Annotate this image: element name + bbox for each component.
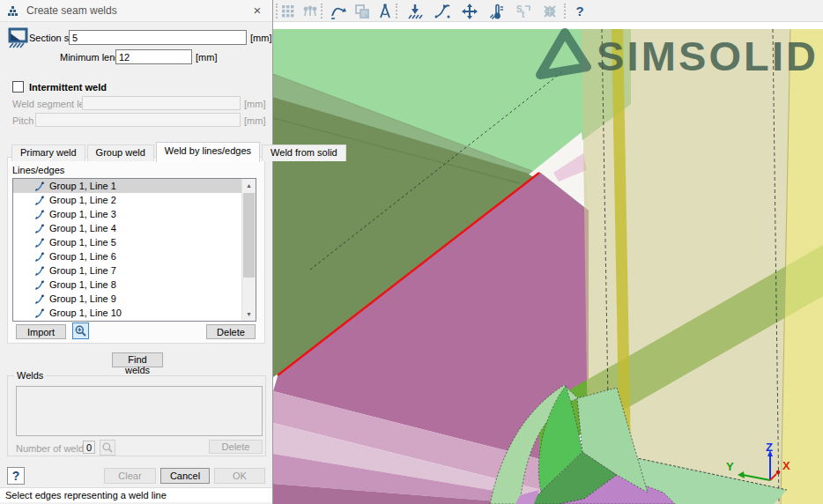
- welds-listbox: [16, 386, 263, 436]
- section-size-icon: [7, 27, 29, 49]
- dialog-titlebar[interactable]: Create seam welds ×: [0, 0, 272, 22]
- line-edge-icon: [34, 209, 46, 220]
- scroll-down-icon[interactable]: ▼: [242, 308, 256, 321]
- list-item[interactable]: Group 1, Line 9: [13, 292, 256, 306]
- number-of-welds-label: Number of welds: [16, 443, 89, 454]
- line-edge-icon: [34, 251, 46, 263]
- toolbar-separator: [276, 4, 278, 19]
- logo-text: SIMSOLID: [597, 33, 817, 79]
- triad-x-label: X: [782, 459, 790, 472]
- toolbar-separator: [396, 4, 397, 19]
- clear-button: Clear: [104, 468, 156, 484]
- list-scrollbar[interactable]: ▲ ▼: [241, 179, 256, 321]
- line-edge-icon: [34, 293, 46, 305]
- zoom-to-selection-button[interactable]: [72, 322, 89, 339]
- help-button[interactable]: ?: [7, 467, 25, 485]
- zoom-to-welds-button: [100, 440, 115, 456]
- intermittent-weld-label: Intermittent weld: [29, 82, 107, 93]
- weld-segment-length-input: [82, 96, 241, 110]
- minimum-length-unit: [mm]: [196, 52, 217, 63]
- scroll-thumb[interactable]: [243, 193, 255, 278]
- cancel-button[interactable]: Cancel: [160, 468, 210, 484]
- dialog-title: Create seam welds: [26, 4, 117, 17]
- tab[interactable]: Weld by lines/edges: [156, 142, 260, 162]
- group-weld-icon: [352, 2, 372, 20]
- svg-text:t: t: [522, 10, 525, 19]
- pitch-label: Pitch: [12, 115, 33, 126]
- fit-resize-icon: [540, 2, 560, 20]
- thermal-icon[interactable]: [487, 2, 507, 20]
- number-of-welds-value: 0: [83, 441, 95, 454]
- move-spots-icon[interactable]: [460, 2, 479, 20]
- app-window: Create seam welds × Section size [mm] Mi…: [0, 0, 823, 504]
- st-transform-icon: S t: [514, 2, 533, 20]
- line-edge-icon: [34, 308, 46, 319]
- line-edge-icon: [34, 223, 46, 234]
- seam-weld-icon[interactable]: [329, 2, 348, 20]
- magnifier-disabled-icon: [101, 441, 114, 454]
- line-edge-icon: [34, 265, 46, 277]
- delete-welds-button: Delete: [209, 440, 263, 454]
- find-welds-button[interactable]: Find welds: [112, 352, 163, 367]
- help-icon[interactable]: ?: [570, 2, 589, 20]
- main-toolbar: S t ?: [273, 0, 823, 22]
- measure-icon[interactable]: [375, 2, 395, 20]
- list-item[interactable]: Group 1, Line 10: [13, 306, 256, 320]
- list-item[interactable]: Group 1, Line 8: [13, 278, 256, 292]
- welds-group-label: Welds: [14, 370, 46, 381]
- viewport-3d[interactable]: SIMSOLID Z Y X: [273, 22, 823, 504]
- triad-z-label: Z: [766, 441, 773, 454]
- lines-edges-label: Lines/edges: [12, 165, 64, 175]
- scroll-up-icon[interactable]: ▲: [242, 179, 256, 192]
- tab[interactable]: Weld from solid: [262, 145, 346, 161]
- list-item[interactable]: Group 1, Line 4: [13, 221, 256, 235]
- seam-weld-dialog-icon: [6, 4, 21, 19]
- tab-strip: Primary weldGroup weldWeld by lines/edge…: [11, 141, 348, 161]
- list-item[interactable]: Group 1, Line 3: [13, 207, 256, 221]
- line-edge-icon: [34, 237, 46, 248]
- line-edge-icon: [34, 279, 46, 291]
- toolbar-separator: [321, 4, 323, 19]
- pitch-input: [35, 113, 241, 127]
- intermittent-weld-checkbox[interactable]: [12, 81, 24, 93]
- toolbar-separator: [564, 4, 566, 19]
- list-item[interactable]: Group 1, Line 7: [13, 263, 256, 278]
- minimum-length-input[interactable]: [115, 49, 192, 64]
- create-seam-welds-dialog: Create seam welds × Section size [mm] Mi…: [0, 0, 273, 504]
- line-edge-icon: [34, 195, 46, 206]
- close-icon[interactable]: ×: [249, 3, 265, 19]
- spot-welds-icon: [300, 2, 320, 20]
- import-button[interactable]: Import: [16, 324, 66, 339]
- tab[interactable]: Group weld: [87, 145, 154, 161]
- tab[interactable]: Primary weld: [11, 145, 85, 161]
- pitch-unit: [mm]: [244, 115, 265, 126]
- triad-y-label: Y: [726, 460, 734, 473]
- delete-lines-button[interactable]: Delete: [206, 324, 256, 339]
- list-item[interactable]: Group 1, Line 5: [13, 235, 256, 249]
- magnifier-icon: [74, 324, 87, 337]
- lines-edges-listbox: Group 1, Line 1 Group 1, Line 2 Group 1,: [12, 178, 256, 322]
- status-bar: Select edges representing a weld line: [0, 487, 272, 502]
- ok-button: OK: [214, 468, 265, 484]
- section-size-input[interactable]: [69, 30, 247, 45]
- grid-icon: [278, 2, 298, 20]
- list-item[interactable]: Group 1, Line 1: [13, 179, 256, 193]
- apply-load-icon[interactable]: [405, 2, 425, 20]
- path-weld-icon[interactable]: [433, 2, 452, 20]
- list-item[interactable]: Group 1, Line 2: [13, 193, 256, 207]
- section-size-unit: [mm]: [250, 33, 271, 43]
- line-edge-icon: [34, 181, 46, 192]
- list-item[interactable]: Group 1, Line 6: [13, 249, 256, 263]
- weld-segment-length-unit: [mm]: [244, 99, 265, 109]
